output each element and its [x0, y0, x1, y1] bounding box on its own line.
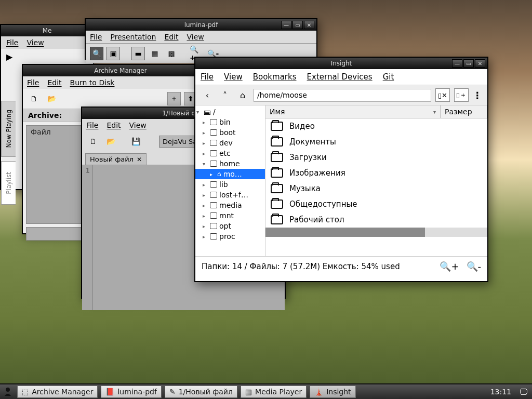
- tab-now-playing[interactable]: Now Playing: [1, 101, 16, 157]
- tree-item[interactable]: ▸proc: [195, 231, 265, 242]
- up-icon[interactable]: ˄: [218, 88, 232, 102]
- folder-icon: [271, 137, 283, 147]
- fit-page-icon[interactable]: ▣: [107, 47, 120, 60]
- tree-item[interactable]: ▾home: [195, 158, 265, 169]
- start-menu-icon[interactable]: [0, 384, 16, 399]
- menubar: File View: [1, 36, 93, 49]
- menu-presentation[interactable]: Presentation: [110, 33, 156, 41]
- tab-close-icon[interactable]: ✕: [137, 156, 142, 163]
- titlebar[interactable]: Archive Manager —: [23, 65, 218, 76]
- task-text-editor[interactable]: ✎1/Новый файл: [165, 385, 237, 398]
- folder-tree[interactable]: ▾🖴/ ▸bin▸boot▸dev▸etc▾home▸⌂mo…▸lib▸lost…: [195, 105, 265, 256]
- file-row[interactable]: Видео: [265, 118, 487, 134]
- open-folder-icon[interactable]: 📂: [45, 92, 58, 105]
- menu-git[interactable]: Git: [383, 72, 394, 82]
- back-icon[interactable]: ‹: [201, 88, 214, 102]
- titlebar[interactable]: lumina-pdf — ▭ ✕: [86, 19, 316, 31]
- tree-root[interactable]: ▾🖴/: [195, 107, 265, 117]
- menu-burn[interactable]: Burn to Disk: [70, 78, 115, 87]
- maximize-button[interactable]: ▭: [292, 21, 303, 29]
- clock[interactable]: 13:11: [486, 388, 515, 396]
- tree-item[interactable]: ▸bin: [195, 117, 265, 127]
- menu-file[interactable]: File: [201, 72, 214, 82]
- file-row[interactable]: Рабочий стол: [265, 212, 487, 228]
- tree-item-selected[interactable]: ▸⌂mo…: [195, 169, 265, 179]
- display-tray-icon[interactable]: 🖵: [517, 385, 530, 398]
- path-input[interactable]: [254, 89, 431, 102]
- menu-view[interactable]: View: [26, 38, 44, 47]
- new-file-icon[interactable]: 🗋: [86, 135, 100, 148]
- task-archive-manager[interactable]: ⬚Archive Manager: [17, 385, 98, 398]
- file-row[interactable]: Изображения: [265, 165, 487, 181]
- menu-view[interactable]: View: [129, 121, 147, 129]
- menu-file[interactable]: File: [86, 121, 98, 129]
- pdf-icon: 📕: [105, 388, 114, 396]
- view-grid2-icon[interactable]: ▦: [148, 47, 162, 60]
- view-grid3-icon[interactable]: ▩: [165, 47, 178, 60]
- zoom-out-icon[interactable]: 🔍-: [467, 261, 482, 272]
- tree-item[interactable]: ▸boot: [195, 127, 265, 138]
- add-column-icon[interactable]: ▯＋: [454, 88, 469, 102]
- folder-icon: [210, 202, 217, 208]
- tree-item[interactable]: ▸opt: [195, 221, 265, 231]
- play-icon[interactable]: ▶: [6, 52, 12, 62]
- file-name: Рабочий стол: [289, 215, 344, 224]
- tab-playlist[interactable]: Playlist: [1, 161, 16, 205]
- folder-icon: [210, 119, 217, 125]
- file-name: Видео: [289, 122, 315, 131]
- minimize-button[interactable]: —: [452, 59, 462, 68]
- tab-new-file[interactable]: Новый файл ✕: [85, 153, 147, 165]
- menu-edit[interactable]: Edit: [164, 33, 178, 41]
- remove-column-icon[interactable]: ▯✕: [435, 88, 450, 102]
- menu-view[interactable]: View: [187, 33, 204, 41]
- menu-edit[interactable]: Edit: [107, 121, 121, 129]
- minimize-button[interactable]: —: [281, 21, 291, 29]
- menu-file[interactable]: File: [6, 38, 18, 47]
- file-name: Изображения: [289, 168, 345, 178]
- menu-file[interactable]: File: [27, 78, 39, 87]
- title: lumina-pdf: [184, 21, 218, 29]
- menu-edit[interactable]: Edit: [47, 78, 61, 87]
- tree-item[interactable]: ▸dev: [195, 138, 265, 148]
- col-size[interactable]: Размер: [441, 105, 487, 118]
- close-button[interactable]: ✕: [475, 59, 485, 68]
- file-list[interactable]: ВидеоДокументыЗагрузкиИзображенияМузыкаО…: [265, 118, 487, 228]
- folder-icon: [210, 161, 217, 167]
- file-row[interactable]: Общедоступные: [265, 196, 487, 212]
- media-icon: ▦: [245, 388, 252, 396]
- cube-icon: ⬚: [22, 388, 29, 396]
- titlebar[interactable]: Me: [1, 25, 93, 36]
- task-lumina-pdf[interactable]: 📕lumina-pdf: [101, 385, 162, 398]
- folder-icon: [271, 215, 283, 224]
- file-row[interactable]: Документы: [265, 134, 487, 150]
- new-file-icon[interactable]: 🗋: [27, 92, 41, 105]
- menu-view[interactable]: View: [224, 72, 243, 82]
- file-row[interactable]: Музыка: [265, 181, 487, 196]
- close-button[interactable]: ✕: [304, 21, 314, 29]
- tree-item[interactable]: ▸etc: [195, 148, 265, 158]
- task-media-player[interactable]: ▦Media Player: [241, 385, 307, 398]
- open-folder-icon[interactable]: 📂: [104, 135, 117, 148]
- zoom-in-icon[interactable]: 🔍+: [440, 261, 459, 272]
- tree-item[interactable]: ▸lost+f…: [195, 190, 265, 200]
- menu-bookmarks[interactable]: Bookmarks: [253, 72, 297, 82]
- task-insight[interactable]: 🗼Insight: [310, 385, 355, 398]
- search-icon[interactable]: 🔍: [90, 47, 103, 60]
- maximize-button[interactable]: ▭: [463, 59, 474, 68]
- col-name[interactable]: Имя▾: [265, 105, 441, 118]
- file-list-pane: Имя▾ Размер ВидеоДокументыЗагрузкиИзобра…: [265, 105, 487, 256]
- home-icon[interactable]: ⌂: [236, 88, 249, 102]
- view-single-icon[interactable]: ▬: [131, 47, 145, 60]
- tree-item[interactable]: ▸mnt: [195, 210, 265, 221]
- tree-item[interactable]: ▸media: [195, 200, 265, 210]
- file-row[interactable]: Загрузки: [265, 150, 487, 165]
- save-icon[interactable]: 💾: [129, 135, 142, 148]
- menubar: File Edit Burn to Disk: [23, 76, 218, 89]
- menu-external[interactable]: External Devices: [307, 72, 373, 82]
- titlebar[interactable]: Insight — ▭ ✕: [195, 58, 487, 69]
- more-menu-icon[interactable]: ⋮: [473, 90, 482, 101]
- menu-file[interactable]: File: [90, 33, 102, 41]
- add-icon[interactable]: ＋: [167, 92, 181, 105]
- h-scrollbar[interactable]: [265, 228, 487, 237]
- tree-item[interactable]: ▸lib: [195, 179, 265, 190]
